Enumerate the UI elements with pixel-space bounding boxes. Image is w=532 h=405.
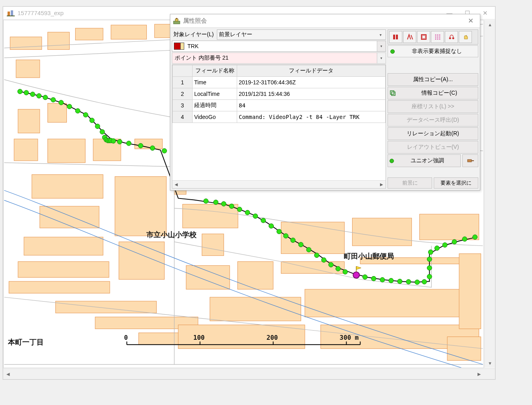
pin-icon: [466, 158, 474, 164]
svg-point-55: [100, 129, 105, 134]
svg-rect-123: [422, 35, 425, 39]
vertical-scroll-gutter: ▲ ▼: [484, 20, 495, 368]
cell-field-name[interactable]: Time: [193, 77, 237, 88]
row-number: 1: [173, 77, 193, 88]
svg-point-128: [437, 36, 438, 37]
cell-field-name[interactable]: 経過時間: [193, 100, 237, 111]
svg-point-84: [336, 266, 341, 271]
layer-trk-combo[interactable]: TRK ▾: [172, 41, 386, 52]
row-number: 3: [173, 100, 193, 111]
status-text: 非表示要素捕捉なし: [398, 48, 475, 55]
cell-field-name[interactable]: VideoGo: [193, 111, 237, 123]
svg-rect-6: [75, 28, 103, 40]
db-call-button[interactable]: データベース呼出(D): [388, 114, 478, 127]
svg-point-97: [427, 274, 432, 279]
svg-point-65: [150, 146, 155, 150]
scroll-left-icon[interactable]: ◀: [172, 181, 180, 188]
svg-rect-5: [48, 32, 70, 50]
relation-button[interactable]: リレーション起動(R): [388, 127, 478, 140]
svg-point-89: [362, 275, 367, 279]
svg-point-44: [24, 90, 29, 95]
chevron-down-icon: ▾: [377, 33, 384, 37]
svg-point-81: [314, 253, 319, 258]
target-layer-combo[interactable]: 前景レイヤー ▾: [217, 29, 386, 40]
point-select-combo[interactable]: ポイント 内部番号 21 ▾: [172, 53, 386, 64]
pin-button[interactable]: [462, 154, 478, 167]
tool-btn-5[interactable]: [445, 31, 458, 43]
cell-field-name[interactable]: LocalTime: [193, 88, 237, 100]
to-foreground-button[interactable]: 前景に: [388, 177, 432, 189]
svg-point-130: [435, 38, 436, 39]
cell-field-data[interactable]: 2019/12/31 15:44:36: [237, 88, 386, 100]
target-layer-label: 対象レイヤー(L): [172, 31, 215, 38]
svg-point-69: [221, 201, 226, 206]
tool-btn-6[interactable]: [459, 31, 472, 43]
tool-btn-1[interactable]: [389, 31, 402, 43]
svg-rect-13: [14, 139, 38, 161]
svg-rect-41: [459, 254, 481, 329]
union-highlight-button[interactable]: ユニオン強調: [388, 154, 461, 167]
tool-btn-4[interactable]: [431, 31, 444, 43]
svg-point-72: [245, 210, 250, 215]
svg-rect-24: [56, 301, 157, 313]
trk-swatch-icon: [174, 43, 184, 50]
copy-attr-button[interactable]: 属性コピー(A)...: [388, 73, 478, 86]
scroll-left-icon[interactable]: ◀: [4, 370, 12, 378]
table-h-scrollbar[interactable]: ◀ ▶: [172, 180, 386, 188]
svg-point-80: [306, 247, 311, 252]
capture-status: 非表示要素捕捉なし: [388, 45, 478, 57]
map-label-school: 市立小山小学校: [146, 230, 197, 239]
svg-rect-42: [447, 337, 481, 360]
svg-point-93: [398, 279, 402, 284]
svg-rect-39: [305, 289, 475, 317]
coord-list-button[interactable]: 座標リスト(L) >>: [388, 100, 478, 113]
svg-point-103: [452, 239, 457, 244]
row-number: 2: [173, 88, 193, 100]
svg-rect-136: [392, 92, 395, 95]
scroll-down-icon[interactable]: ▼: [486, 359, 494, 367]
scroll-right-icon[interactable]: ▶: [475, 370, 483, 378]
cell-field-data[interactable]: 84: [237, 100, 386, 111]
table-corner[interactable]: [173, 65, 193, 77]
svg-point-46: [37, 93, 41, 98]
svg-point-85: [343, 269, 348, 274]
svg-rect-37: [419, 214, 479, 240]
svg-rect-118: [176, 18, 177, 19]
cell-field-data[interactable]: Command: VideoPlay2 -t 84 -Layer TRK: [237, 111, 386, 123]
svg-line-121: [411, 35, 413, 39]
dialog-titlebar[interactable]: 属性照会 ✕: [170, 14, 480, 28]
table-row[interactable]: 3 経過時間 84: [173, 100, 386, 111]
table-row[interactable]: 1 Time 2019-12-31T06:44:36Z: [173, 77, 386, 88]
cell-field-data[interactable]: 2019-12-31T06:44:36Z: [237, 77, 386, 88]
svg-point-133: [449, 37, 451, 39]
svg-point-94: [406, 279, 411, 284]
scroll-up-icon[interactable]: ▲: [486, 21, 494, 29]
svg-point-100: [428, 250, 433, 255]
svg-text:0: 0: [124, 334, 128, 341]
svg-point-131: [437, 38, 438, 39]
tool-row: [388, 29, 478, 45]
svg-point-101: [435, 246, 439, 251]
svg-point-47: [43, 95, 48, 100]
status-dot-icon: [390, 49, 395, 54]
svg-point-77: [283, 234, 288, 238]
svg-rect-2: [7, 16, 15, 16]
dialog-close-button[interactable]: ✕: [464, 16, 477, 27]
table-row[interactable]: 4 VideoGo Command: VideoPlay2 -t 84 -Lay…: [173, 111, 386, 123]
col-field-name[interactable]: フィールド名称: [193, 65, 237, 77]
layout-view-button[interactable]: レイアウトビュー(V): [388, 141, 478, 154]
target-layer-value: 前景レイヤー: [219, 31, 377, 38]
svg-point-68: [213, 200, 218, 204]
scroll-right-icon[interactable]: ▶: [378, 181, 386, 188]
svg-rect-120: [396, 35, 398, 39]
svg-point-124: [435, 34, 436, 35]
tool-btn-2[interactable]: [403, 31, 416, 43]
tool-btn-3[interactable]: [417, 31, 430, 43]
table-row[interactable]: 2 LocalTime 2019/12/31 15:44:36: [173, 88, 386, 100]
svg-point-49: [59, 100, 64, 105]
select-element-button[interactable]: 要素を選択に: [434, 177, 478, 189]
svg-point-105: [473, 235, 477, 239]
copy-info-button[interactable]: 情報コピー(C): [388, 87, 478, 99]
svg-rect-35: [281, 262, 344, 274]
col-field-data[interactable]: フィールドデータ: [237, 65, 386, 77]
